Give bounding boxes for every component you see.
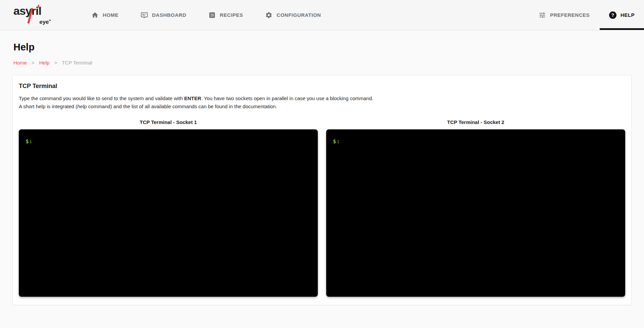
tcp-terminal-card: TCP Terminal Type the command you would …	[12, 75, 632, 305]
nav-item-preferences[interactable]: PREFERENCES	[539, 0, 590, 30]
breadcrumb-separator: >	[32, 60, 35, 66]
nav-left-group: HOME DASHBOARD RECIPES	[91, 0, 321, 30]
help-question-icon: ?	[609, 11, 616, 19]
nav-item-configuration[interactable]: CONFIGURATION	[265, 0, 321, 30]
configuration-gear-icon	[265, 11, 273, 19]
socket2-prompt: $:	[333, 138, 340, 145]
asyril-logo[interactable]: asyril eye+	[13, 5, 54, 26]
home-icon	[91, 11, 99, 19]
socket1-title: TCP Terminal - Socket 1	[19, 119, 318, 125]
terminals-row: TCP Terminal - Socket 1 $: TCP Terminal …	[19, 119, 625, 297]
breadcrumb-current-page: TCP Terminal	[62, 60, 92, 66]
enter-keyword: ENTER	[184, 95, 201, 101]
description-line-2: A short help is integrated (help command…	[19, 102, 625, 111]
preferences-tune-icon	[539, 11, 546, 19]
nav-right-group: PREFERENCES ? HELP	[539, 0, 644, 30]
breadcrumb-home-link[interactable]: Home	[13, 60, 27, 66]
nav-item-home[interactable]: HOME	[91, 0, 118, 30]
socket1-column: TCP Terminal - Socket 1 $:	[19, 119, 318, 297]
help-command-keyword: help	[77, 104, 87, 109]
breadcrumb-help-link[interactable]: Help	[39, 60, 50, 66]
page-title: Help	[13, 42, 644, 53]
socket2-terminal[interactable]: $:	[326, 129, 625, 297]
nav-item-dashboard[interactable]: DASHBOARD	[141, 0, 186, 30]
nav-label: PREFERENCES	[550, 12, 590, 18]
socket2-column: TCP Terminal - Socket 2 $:	[326, 119, 625, 297]
socket1-prompt: $:	[26, 138, 33, 145]
socket1-terminal[interactable]: $:	[19, 129, 318, 297]
logo-wordmark: asyril	[13, 5, 54, 17]
breadcrumb-separator: >	[54, 60, 57, 66]
card-title: TCP Terminal	[19, 83, 625, 90]
nav-label: HOME	[103, 12, 118, 18]
nav-label: DASHBOARD	[152, 12, 186, 18]
dashboard-icon	[141, 11, 148, 19]
nav-item-recipes[interactable]: RECIPES	[208, 0, 243, 30]
card-description: Type the command you would like to send …	[19, 94, 625, 111]
nav-label: RECIPES	[220, 12, 243, 18]
nav-label: CONFIGURATION	[277, 12, 321, 18]
description-line-1: Type the command you would like to send …	[19, 94, 625, 102]
top-navbar: asyril eye+ HOME DASHBOARD	[0, 0, 644, 30]
nav-item-help[interactable]: ? HELP	[600, 0, 644, 30]
breadcrumb: Home > Help > TCP Terminal	[13, 60, 644, 66]
recipes-icon	[208, 11, 216, 19]
nav-label: HELP	[621, 12, 635, 18]
socket2-title: TCP Terminal - Socket 2	[326, 119, 625, 125]
logo-product-label: eye+	[39, 18, 51, 26]
